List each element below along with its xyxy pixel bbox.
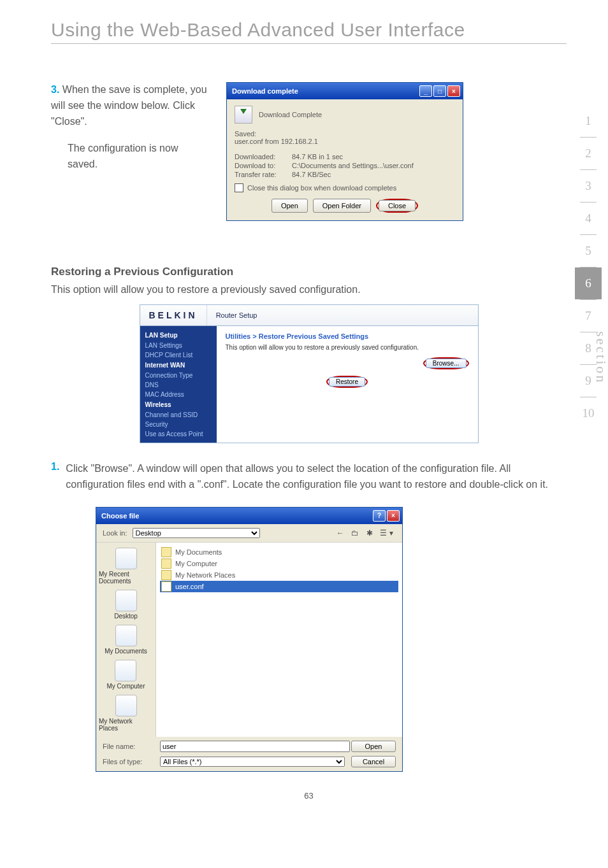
list-item[interactable]: My Network Places bbox=[160, 569, 398, 581]
section-5[interactable]: 5 bbox=[575, 235, 602, 267]
maximize-icon[interactable]: □ bbox=[433, 85, 446, 97]
restore-button[interactable]: Restore bbox=[329, 377, 365, 387]
download-icon bbox=[235, 106, 252, 124]
help-icon[interactable]: ? bbox=[373, 510, 386, 522]
file-icon bbox=[161, 581, 171, 592]
list-item[interactable]: My Computer bbox=[160, 558, 398, 569]
rate-value: 84.7 KB/Sec bbox=[292, 171, 331, 178]
nav-wireless[interactable]: Wireless bbox=[140, 399, 217, 410]
page-title: Using the Web-Based Advanced User Interf… bbox=[51, 19, 567, 41]
folder-icon bbox=[161, 547, 171, 557]
restore-heading: Restoring a Previous Configuration bbox=[51, 266, 567, 278]
step3-number: 3. bbox=[51, 84, 59, 95]
close-icon[interactable]: × bbox=[447, 85, 460, 97]
browse-button[interactable]: Browse... bbox=[426, 359, 467, 368]
nav-lan-settings[interactable]: LAN Settings bbox=[140, 341, 217, 350]
nav-access-point[interactable]: Use as Access Point bbox=[140, 429, 217, 439]
downloadto-label: Download to: bbox=[235, 162, 292, 169]
title-rule bbox=[51, 43, 567, 44]
saved-label: Saved: bbox=[235, 130, 455, 138]
close-button[interactable]: Close bbox=[379, 200, 416, 211]
section-2[interactable]: 2 bbox=[575, 138, 602, 169]
download-complete-dialog: Download complete _ □ × Download Complet… bbox=[226, 82, 463, 221]
computer-icon bbox=[161, 559, 171, 569]
place-mynet[interactable]: My Network Places bbox=[99, 695, 153, 732]
filename-label: File name: bbox=[103, 743, 154, 750]
step3-text: When the save is complete, you will see … bbox=[51, 84, 207, 127]
place-desktop[interactable]: Desktop bbox=[114, 590, 138, 620]
downloaded-value: 84.7 KB in 1 sec bbox=[292, 153, 343, 160]
filetype-select[interactable]: All Files (*.*) bbox=[160, 757, 345, 767]
nav-internet-wan[interactable]: Internet WAN bbox=[140, 360, 217, 371]
rate-label: Transfer rate: bbox=[235, 171, 292, 178]
list-item[interactable]: My Documents bbox=[160, 546, 398, 558]
dialog-title: Download complete bbox=[232, 87, 298, 95]
belkin-sidebar: LAN Setup LAN Settings DHCP Client List … bbox=[140, 326, 217, 443]
choose-file-dialog: Choose file ? × Look in: Desktop ← 🗀 ✱ ☰… bbox=[96, 507, 403, 772]
filetype-label: Files of type: bbox=[103, 758, 154, 765]
downloaded-label: Downloaded: bbox=[235, 153, 292, 160]
open-button[interactable]: Open bbox=[271, 199, 308, 213]
section-6[interactable]: 6 bbox=[575, 267, 602, 299]
file-list[interactable]: My Documents My Computer My Network Plac… bbox=[156, 543, 402, 737]
choose-file-title: Choose file bbox=[101, 512, 139, 520]
open-file-button[interactable]: Open bbox=[351, 741, 396, 752]
network-icon bbox=[161, 570, 171, 580]
belkin-logo: BELKIN bbox=[140, 305, 207, 325]
close-when-done-checkbox[interactable] bbox=[235, 183, 243, 192]
close-icon[interactable]: × bbox=[387, 510, 400, 522]
download-heading: Download Complete bbox=[259, 111, 322, 118]
place-recent[interactable]: My Recent Documents bbox=[99, 548, 153, 585]
belkin-subtext: This option will allow you to restore a … bbox=[226, 344, 469, 351]
downloadto-value: C:\Documents and Settings...\user.conf bbox=[292, 162, 414, 169]
nav-lan-setup[interactable]: LAN Setup bbox=[140, 330, 217, 341]
section-1[interactable]: 1 bbox=[575, 105, 602, 137]
close-when-done-label: Close this dialog box when download comp… bbox=[247, 184, 396, 192]
filename-input[interactable] bbox=[160, 741, 350, 752]
lookin-label: Look in: bbox=[103, 529, 127, 537]
section-10[interactable]: 10 bbox=[575, 397, 602, 429]
router-setup-tab[interactable]: Router Setup bbox=[207, 306, 266, 324]
lookin-select[interactable]: Desktop bbox=[133, 528, 260, 538]
minimize-icon[interactable]: _ bbox=[419, 85, 432, 97]
page-number: 63 bbox=[51, 791, 567, 800]
section-3[interactable]: 3 bbox=[575, 170, 602, 202]
nav-dhcp-client[interactable]: DHCP Client List bbox=[140, 350, 217, 360]
nav-channel-ssid[interactable]: Channel and SSID bbox=[140, 410, 217, 420]
place-mycomp[interactable]: My Computer bbox=[106, 660, 145, 690]
open-folder-button[interactable]: Open Folder bbox=[313, 199, 371, 213]
step3-follow: The configuration is now saved. bbox=[68, 141, 210, 173]
list-item-selected[interactable]: user.conf bbox=[160, 581, 398, 592]
section-7[interactable]: 7 bbox=[575, 300, 602, 332]
place-mydocs[interactable]: My Documents bbox=[105, 625, 147, 655]
step1-number: 1. bbox=[51, 461, 59, 493]
nav-dns[interactable]: DNS bbox=[140, 380, 217, 390]
restore-intro: This option will allow you to restore a … bbox=[51, 282, 567, 297]
nav-security[interactable]: Security bbox=[140, 420, 217, 429]
cancel-button[interactable]: Cancel bbox=[351, 756, 396, 767]
toolbar-icons[interactable]: ← 🗀 ✱ ☰▾ bbox=[337, 529, 396, 537]
step1-text: Click "Browse". A window will open that … bbox=[66, 461, 567, 493]
nav-connection-type[interactable]: Connection Type bbox=[140, 371, 217, 380]
nav-mac-address[interactable]: MAC Address bbox=[140, 390, 217, 399]
belkin-breadcrumb: Utilities > Restore Previous Saved Setti… bbox=[226, 332, 469, 340]
belkin-router-ui: BELKIN Router Setup LAN Setup LAN Settin… bbox=[140, 304, 479, 443]
section-label: section bbox=[593, 331, 608, 384]
saved-value: user.conf from 192.168.2.1 bbox=[235, 138, 455, 145]
section-4[interactable]: 4 bbox=[575, 203, 602, 234]
